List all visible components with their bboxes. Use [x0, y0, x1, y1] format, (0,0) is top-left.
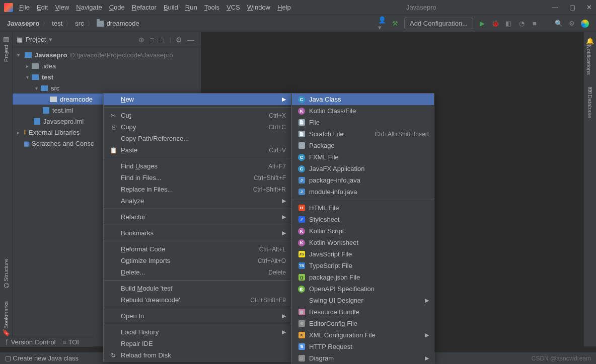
menu-code[interactable]: Code [109, 4, 125, 11]
menu-window[interactable]: Window [247, 4, 270, 11]
profile-icon[interactable]: ◔ [517, 20, 526, 28]
menu-item-http-request[interactable]: ⇅HTTP Request [292, 341, 434, 352]
project-label[interactable]: Project [26, 36, 46, 43]
coverage-icon[interactable]: ◧ [504, 20, 512, 28]
menu-item-build-module-test-[interactable]: Build Module 'test' [104, 283, 291, 294]
menu-item-delete-[interactable]: Delete...Delete [104, 266, 291, 278]
menu-item-copy[interactable]: ⎘CopyCtrl+C [104, 121, 291, 133]
menu-item-package[interactable]: ▭Package [292, 140, 434, 151]
menu-file[interactable]: File [19, 4, 30, 11]
menu-item-reformat-code[interactable]: Reformat CodeCtrl+Alt+L [104, 243, 291, 255]
menu-item-cut[interactable]: ✂CutCtrl+X [104, 110, 291, 121]
menu-item-repair-ide[interactable]: Repair IDE [104, 338, 291, 349]
build-icon[interactable]: ⚒ [391, 20, 399, 28]
search-icon[interactable]: 🔍 [555, 20, 563, 28]
menu-item-kotlin-worksheet[interactable]: KKotlin Worksheet [292, 237, 434, 248]
menu-build[interactable]: Build [164, 4, 178, 11]
menu-item-package-info-java[interactable]: Jpackage-info.java [292, 174, 434, 186]
tree-test[interactable]: ▾test [13, 71, 201, 82]
tool-database[interactable]: 🗄Database [587, 87, 593, 118]
menu-item-file[interactable]: 📄File [292, 117, 434, 128]
settings-icon[interactable]: ⚙ [568, 20, 576, 28]
menu-vcs[interactable]: VCS [227, 4, 240, 11]
menu-edit[interactable]: Edit [37, 4, 48, 11]
tool-bookmarks[interactable]: Bookmarks🔖 [2, 299, 10, 336]
select-opened-icon[interactable]: ⊕ [138, 36, 144, 44]
menu-item-local-history[interactable]: Local History▶ [104, 326, 291, 338]
status-text: Create new Java class [13, 354, 79, 362]
maximize-icon[interactable]: ▢ [569, 4, 575, 11]
menu-item-stylesheet[interactable]: #Stylesheet [292, 214, 434, 225]
crumb-module[interactable]: test [52, 20, 62, 27]
menu-view[interactable]: View [55, 4, 69, 11]
new-submenu: CJava ClassKKotlin Class/File📄File📄Scrat… [291, 93, 434, 364]
menu-item-swing-ui-designer[interactable]: Swing UI Designer▶ [292, 295, 434, 306]
menu-item-javafx-application[interactable]: CJavaFX Application [292, 163, 434, 174]
menu-refactor[interactable]: Refactor [132, 4, 157, 11]
menu-item-paste[interactable]: 📋PasteCtrl+V [104, 144, 291, 156]
tree-root[interactable]: ▾JavaseproD:\javacode\Projectcode\Javase… [13, 49, 201, 60]
crumb-folder[interactable]: src [75, 20, 84, 27]
menu-tools[interactable]: Tools [204, 4, 219, 11]
main-menu: FileEditViewNavigateCodeRefactorBuildRun… [19, 4, 291, 11]
menu-item-html-file[interactable]: HHTML File [292, 202, 434, 214]
crumb-project[interactable]: Javasepro [7, 20, 39, 27]
menu-item-module-info-java[interactable]: Jmodule-info.java [292, 186, 434, 198]
menu-item-package-json-file[interactable]: {}package.json File [292, 271, 434, 283]
menu-item-analyze[interactable]: Analyze▶ [104, 195, 291, 207]
menu-item-editorconfig-file[interactable]: ⚙EditorConfig File [292, 318, 434, 329]
menu-item-find-in-files-[interactable]: Find in Files...Ctrl+Shift+F [104, 172, 291, 184]
tree-idea[interactable]: ▸.idea [13, 60, 201, 71]
menu-item-optimize-imports[interactable]: Optimize ImportsCtrl+Alt+O [104, 255, 291, 266]
menu-item-typescript-file[interactable]: TSTypeScript File [292, 260, 434, 271]
menu-navigate[interactable]: Navigate [76, 4, 102, 11]
user-icon[interactable]: 👤▾ [378, 20, 386, 28]
breadcrumb[interactable]: Javasepro〉 test〉 src〉 dreamcode [7, 19, 139, 28]
tool-notifications[interactable]: 🔔Notifications [586, 37, 594, 75]
app-logo [4, 3, 13, 12]
menu-item-rebuild-dreamcode-[interactable]: Rebuild 'dreamcode'Ctrl+Shift+F9 [104, 294, 291, 306]
menu-item-bookmarks[interactable]: Bookmarks▶ [104, 227, 291, 239]
left-gutter: ▦Project Structure⌬ Bookmarks🔖 [0, 32, 13, 346]
gear-icon[interactable]: ⚙ [176, 36, 182, 44]
menu-item-refactor[interactable]: Refactor▶ [104, 211, 291, 223]
menu-help[interactable]: Help [277, 4, 291, 11]
menu-item-new[interactable]: New▶ [104, 94, 291, 105]
menu-item-xml-configuration-file[interactable]: XXML Configuration File▶ [292, 329, 434, 341]
tool-todo[interactable]: ≡ TOI [63, 338, 79, 346]
menu-item-find-usages[interactable]: Find UsagesAlt+F7 [104, 160, 291, 172]
ide-logo-icon[interactable] [581, 20, 589, 28]
tree-src[interactable]: ▾src [13, 82, 201, 94]
menu-item-replace-in-files-[interactable]: Replace in Files...Ctrl+Shift+R [104, 184, 291, 195]
menu-run[interactable]: Run [185, 4, 197, 11]
menu-item-open-in[interactable]: Open In▶ [104, 310, 291, 322]
hide-icon[interactable]: — [187, 36, 194, 44]
menu-item-javascript-file[interactable]: JSJavaScript File [292, 248, 434, 260]
tool-vcs[interactable]: ᚴ Version Control [5, 338, 56, 346]
menu-item-java-class[interactable]: CJava Class [292, 94, 434, 105]
run-icon[interactable]: ▶ [478, 20, 486, 28]
navigation-bar: Javasepro〉 test〉 src〉 dreamcode 👤▾ ⚒ Add… [0, 15, 596, 32]
menu-item-kotlin-script[interactable]: KKotlin Script [292, 225, 434, 237]
menu-item-fxml-file[interactable]: CFXML File [292, 151, 434, 163]
tool-structure[interactable]: Structure⌬ [3, 257, 9, 289]
menu-item-openapi-specification[interactable]: ◐OpenAPI Specification [292, 283, 434, 295]
collapse-icon[interactable]: ≣ [159, 36, 165, 44]
menu-item-resource-bundle[interactable]: ▦Resource Bundle [292, 306, 434, 318]
menu-item-copy-path-reference-[interactable]: Copy Path/Reference... [104, 133, 291, 144]
menu-item-kotlin-class-file[interactable]: KKotlin Class/File [292, 105, 434, 117]
menu-item-diagram[interactable]: ⬚Diagram▶ [292, 352, 434, 364]
expand-icon[interactable]: ≡ [150, 36, 154, 44]
menu-item-scratch-file[interactable]: 📄Scratch FileCtrl+Alt+Shift+Insert [292, 128, 434, 140]
debug-icon[interactable]: 🐞 [491, 20, 499, 28]
right-gutter: 🔔Notifications 🗄Database [583, 32, 596, 346]
add-configuration-button[interactable]: Add Configuration... [404, 18, 473, 29]
minimize-icon[interactable]: — [552, 4, 558, 11]
folder-icon [97, 21, 104, 27]
menu-item-reload-from-disk[interactable]: ↻Reload from Disk [104, 349, 291, 361]
tool-project[interactable]: ▦Project [3, 35, 9, 62]
context-menu: New▶✂CutCtrl+X⎘CopyCtrl+CCopy Path/Refer… [103, 93, 291, 361]
stop-icon[interactable]: ■ [531, 20, 539, 28]
crumb-current[interactable]: dreamcode [107, 20, 139, 27]
close-icon[interactable]: ✕ [586, 4, 592, 11]
